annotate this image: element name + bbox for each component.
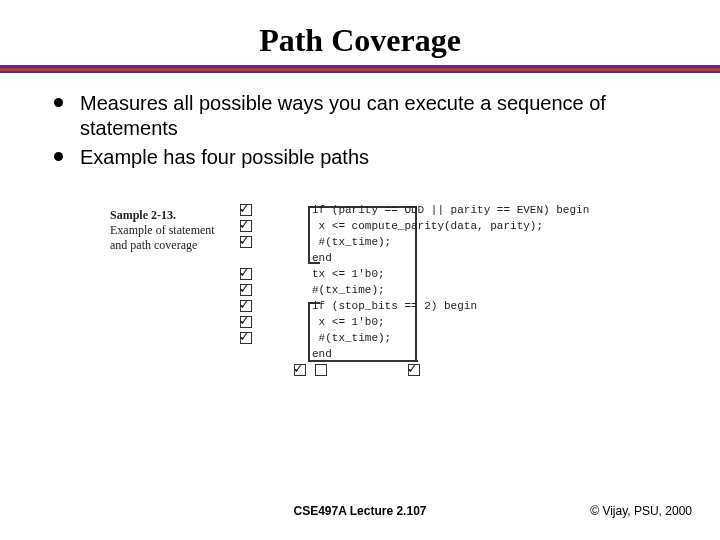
- bullet-item: Measures all possible ways you can execu…: [50, 91, 670, 141]
- checkmark-icon: [240, 316, 252, 328]
- figure-caption: Sample 2-13. Example of statement and pa…: [110, 208, 220, 253]
- code-line: #(tx_time);: [312, 284, 385, 296]
- code-block: if (parity == ODD || parity == EVEN) beg…: [240, 204, 610, 364]
- bullet-list: Measures all possible ways you can execu…: [50, 91, 670, 170]
- content-area: Measures all possible ways you can execu…: [0, 73, 720, 394]
- code-line: end: [312, 252, 332, 264]
- checkmark-icon: [240, 300, 252, 312]
- code-line: if (stop_bits == 2) begin: [312, 300, 477, 312]
- footer-copyright: © Vijay, PSU, 2000: [590, 504, 692, 518]
- code-line: end: [312, 348, 332, 360]
- code-line: #(tx_time);: [312, 332, 391, 344]
- checkmark-icon: [294, 364, 306, 376]
- code-line: if (parity == ODD || parity == EVEN) beg…: [312, 204, 589, 216]
- checkmark-icon: [408, 364, 420, 376]
- code-line: tx <= 1'b0;: [312, 268, 385, 280]
- checkmark-icon: [240, 268, 252, 280]
- code-line: x <= 1'b0;: [312, 316, 385, 328]
- code-line: x <= compute_parity(data, parity);: [312, 220, 543, 232]
- checkmark-icon: [240, 220, 252, 232]
- slide-title: Path Coverage: [0, 0, 720, 65]
- checkmark-icon: [240, 284, 252, 296]
- caption-body: Example of statement and path coverage: [110, 223, 220, 253]
- code-figure: Sample 2-13. Example of statement and pa…: [110, 204, 610, 394]
- code-line: #(tx_time);: [312, 236, 391, 248]
- bullet-item: Example has four possible paths: [50, 145, 670, 170]
- checkmark-icon: [240, 204, 252, 216]
- checkbox-icon: [315, 364, 327, 376]
- caption-title: Sample 2-13.: [110, 208, 220, 223]
- title-rule: [0, 65, 720, 73]
- checkmark-icon: [240, 332, 252, 344]
- checkmark-icon: [240, 236, 252, 248]
